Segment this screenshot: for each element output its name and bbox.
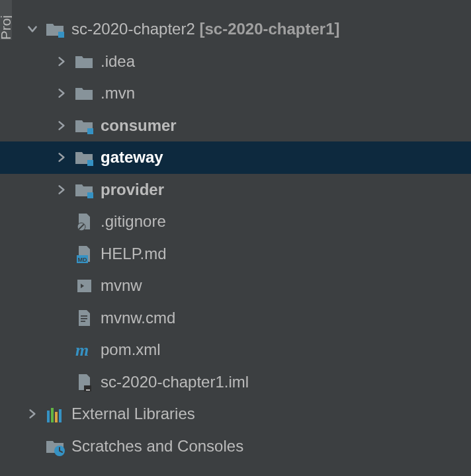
chevron-right-icon[interactable] <box>56 120 67 132</box>
tree-label: .mvn <box>101 85 135 101</box>
svg-rect-14 <box>86 389 90 391</box>
svg-rect-18 <box>59 409 62 422</box>
tree-label: gateway <box>101 149 163 165</box>
svg-rect-1 <box>87 128 93 134</box>
tree-label: pom.xml <box>101 342 161 358</box>
file-ignore-icon <box>74 212 94 231</box>
tree-row[interactable]: provider <box>0 174 471 206</box>
svg-text:MD: MD <box>78 257 87 263</box>
file-exec-icon <box>74 276 94 296</box>
module-icon <box>74 116 94 136</box>
module-icon <box>74 180 94 200</box>
libraries-icon <box>45 404 65 424</box>
project-tool-tab[interactable]: Proj <box>0 0 12 40</box>
svg-rect-0 <box>58 32 64 38</box>
tree-row[interactable]: sc-2020-chapter1.iml <box>0 366 471 399</box>
tree-label: HELP.md <box>101 246 167 262</box>
tree-row[interactable]: .mvn <box>0 77 471 110</box>
tree-row[interactable]: .gitignore <box>0 206 471 238</box>
project-tree: sc-2020-chapter2 [sc-2020-chapter1] .ide… <box>0 0 471 462</box>
svg-rect-15 <box>47 411 50 422</box>
chevron-right-icon[interactable] <box>56 151 67 163</box>
chevron-right-icon[interactable] <box>56 56 67 67</box>
folder-icon <box>74 52 94 71</box>
tree-row[interactable]: gateway <box>0 141 471 174</box>
tree-label: .gitignore <box>101 214 166 229</box>
tree-row[interactable]: mpom.xml <box>0 334 471 366</box>
svg-rect-17 <box>55 412 58 422</box>
tree-label: provider <box>101 182 164 198</box>
svg-rect-2 <box>87 160 93 166</box>
tree-label: .idea <box>101 54 135 69</box>
svg-text:m: m <box>75 340 89 360</box>
tree-label: mvnw.cmd <box>101 310 175 326</box>
tree-row-external-libraries[interactable]: External Libraries <box>0 398 471 430</box>
tree-row-root[interactable]: sc-2020-chapter2 [sc-2020-chapter1] <box>0 13 471 46</box>
tree-label: External Libraries <box>71 406 195 422</box>
chevron-right-icon[interactable] <box>56 184 67 196</box>
tree-label: sc-2020-chapter2 [sc-2020-chapter1] <box>71 21 340 37</box>
module-folder-icon <box>45 19 65 39</box>
scratches-icon <box>45 436 65 456</box>
tree-row[interactable]: MDHELP.md <box>0 238 471 270</box>
file-md-icon: MD <box>74 244 94 264</box>
tree-label: sc-2020-chapter1.iml <box>101 374 249 390</box>
tree-row[interactable]: consumer <box>0 110 471 142</box>
tree-label: consumer <box>101 118 177 134</box>
file-text-icon <box>74 308 94 328</box>
tree-row-scratches[interactable]: Scratches and Consoles <box>0 430 471 463</box>
tree-row[interactable]: .idea <box>0 46 471 78</box>
chevron-down-icon[interactable] <box>26 23 38 35</box>
svg-rect-16 <box>51 408 54 422</box>
project-tool-tab-label: Proj <box>0 14 12 40</box>
tree-label: mvnw <box>101 278 142 294</box>
file-iml-icon <box>74 372 94 392</box>
chevron-right-icon[interactable] <box>56 87 67 99</box>
file-maven-icon: m <box>74 340 94 360</box>
folder-icon <box>74 83 94 103</box>
tree-label: Scratches and Consoles <box>71 438 243 454</box>
svg-rect-8 <box>77 280 91 292</box>
svg-rect-3 <box>87 192 93 198</box>
tree-row[interactable]: mvnw.cmd <box>0 302 471 335</box>
tree-row[interactable]: mvnw <box>0 270 471 302</box>
module-icon <box>74 147 94 167</box>
chevron-right-icon[interactable] <box>26 408 38 420</box>
